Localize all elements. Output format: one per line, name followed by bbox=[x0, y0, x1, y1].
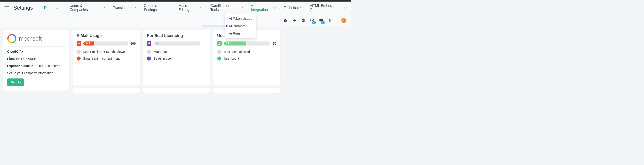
legend-label: Max users allowed bbox=[224, 50, 250, 54]
seat-progress-bar: 0 bbox=[154, 42, 200, 46]
legend-label: Max Seats bbox=[154, 50, 168, 54]
nav-dashboard[interactable]: Dashboard bbox=[44, 6, 62, 10]
company-card: mechsoft CloudOffix Plan: ENTERPRISE Exp… bbox=[3, 30, 70, 91]
legend-dot bbox=[217, 57, 221, 61]
email-value: 145 bbox=[86, 42, 90, 45]
activities-badge: 18 bbox=[312, 21, 316, 24]
users-total: 50 bbox=[273, 42, 276, 45]
email-progress-bar: 145 bbox=[83, 42, 128, 46]
nav-technical[interactable]: Technical bbox=[284, 6, 302, 10]
dropdown-item-ai-prompts[interactable]: Ai Prompts bbox=[225, 22, 256, 30]
legend-dot bbox=[147, 57, 151, 61]
dropdown-item-ai-token-usage[interactable]: Ai Token Usage bbox=[225, 15, 256, 22]
expiration-value: 2122-09-08 09:28:57 bbox=[31, 64, 60, 68]
app-title: Settings bbox=[14, 5, 33, 11]
menu-toggle-icon[interactable] bbox=[4, 6, 10, 10]
chevron-down-icon bbox=[344, 7, 347, 9]
nav-label: Gamification Tools bbox=[210, 4, 239, 12]
panel-title: Per Seat Licencing bbox=[147, 33, 206, 38]
svg-rect-14 bbox=[148, 44, 150, 44]
svg-rect-1 bbox=[285, 19, 286, 19]
user-avatar[interactable]: CL bbox=[341, 18, 346, 23]
legend-label: Seats in use bbox=[154, 57, 171, 60]
legend-label: Email sent in current month bbox=[83, 57, 121, 60]
nav-label: Technical bbox=[284, 6, 299, 10]
chevron-down-icon bbox=[300, 7, 302, 9]
nav-label: General Settings bbox=[144, 4, 170, 12]
nav-label: HTML Embed Forms bbox=[310, 4, 343, 12]
plan-label: Plan: bbox=[7, 57, 15, 61]
panel-stub bbox=[143, 88, 210, 93]
annotation-arrow bbox=[202, 24, 228, 29]
nav-translations[interactable]: Translations bbox=[113, 6, 136, 10]
setup-button[interactable]: Set Up bbox=[7, 78, 24, 86]
company-name: CloudOffix bbox=[7, 50, 66, 53]
legend-label: User count bbox=[224, 57, 239, 60]
email-total: 600 bbox=[130, 42, 136, 45]
svg-point-10 bbox=[330, 21, 331, 21]
nav-mass-editing[interactable]: Mass Editing bbox=[178, 4, 202, 12]
legend-label: Max Emails Per Month Allowed bbox=[83, 50, 126, 54]
legend-dot bbox=[76, 57, 80, 61]
nav-users-companies[interactable]: Users & Companies bbox=[70, 4, 105, 12]
logo-text: mechsoft bbox=[19, 35, 42, 42]
panel-stub bbox=[72, 88, 140, 93]
users-progress-bar: 27 bbox=[224, 42, 270, 46]
panel-stub bbox=[213, 88, 280, 93]
clipboard-icon[interactable] bbox=[300, 18, 306, 23]
nav-label: Dashboard bbox=[44, 6, 62, 10]
nav-general-settings[interactable]: General Settings bbox=[144, 4, 170, 12]
nav-label: Users & Companies bbox=[70, 4, 101, 12]
svg-rect-12 bbox=[78, 43, 80, 44]
nav-label: Translations bbox=[113, 6, 132, 10]
legend-dot bbox=[217, 50, 221, 54]
plan-value: ENTERPRISE bbox=[16, 57, 36, 61]
nav-html-embed-forms[interactable]: HTML Embed Forms bbox=[310, 4, 347, 12]
panel-email-usage: E-Mail Usage 145 600 Max Emails Per Mont… bbox=[72, 30, 140, 85]
stopwatch-icon[interactable] bbox=[282, 18, 288, 23]
svg-point-15 bbox=[219, 42, 220, 44]
chevron-down-icon bbox=[200, 7, 202, 9]
panel-title: E-Mail Usage bbox=[76, 33, 136, 38]
seat-icon bbox=[147, 41, 151, 46]
nav-gamification-tools[interactable]: Gamification Tools bbox=[210, 4, 243, 12]
svg-rect-13 bbox=[148, 42, 150, 44]
messages-badge: 30 bbox=[321, 21, 325, 24]
plus-icon[interactable] bbox=[291, 18, 297, 23]
legend-dot bbox=[76, 50, 80, 54]
activities-icon[interactable]: 18 bbox=[309, 18, 315, 23]
chevron-down-icon bbox=[102, 7, 105, 9]
logo-mark-icon bbox=[7, 34, 16, 43]
nav-label: Mass Editing bbox=[178, 4, 199, 12]
dropdown-item-ai-runs[interactable]: Ai Runs bbox=[225, 30, 256, 37]
divider bbox=[337, 18, 337, 23]
svg-rect-5 bbox=[303, 19, 304, 19]
company-logo: mechsoft bbox=[7, 34, 66, 43]
chevron-down-icon bbox=[241, 7, 243, 9]
main-nav: Dashboard Users & Companies Translations… bbox=[44, 4, 347, 12]
panel-seat-licencing: Per Seat Licencing 0 Max Seats Seats in … bbox=[143, 30, 210, 85]
users-value: 27 bbox=[226, 42, 229, 45]
ai-integration-dropdown: Ai Token Usage Ai Prompts Ai Runs bbox=[225, 14, 256, 38]
legend-dot bbox=[147, 50, 151, 54]
nav-label: AI Integration bbox=[251, 4, 272, 12]
messages-icon[interactable]: 30 bbox=[318, 18, 324, 23]
chevron-down-icon bbox=[134, 7, 136, 9]
sliders-icon[interactable] bbox=[327, 18, 333, 23]
expiration-label: Expiration date bbox=[7, 64, 30, 68]
nav-ai-integration[interactable]: AI Integration bbox=[251, 4, 276, 12]
user-icon bbox=[217, 41, 222, 46]
email-icon bbox=[76, 41, 81, 46]
setup-hint: Set up your company information bbox=[7, 71, 53, 75]
chevron-down-icon bbox=[274, 7, 276, 9]
svg-point-9 bbox=[329, 20, 330, 20]
seat-value: 0 bbox=[156, 42, 158, 45]
